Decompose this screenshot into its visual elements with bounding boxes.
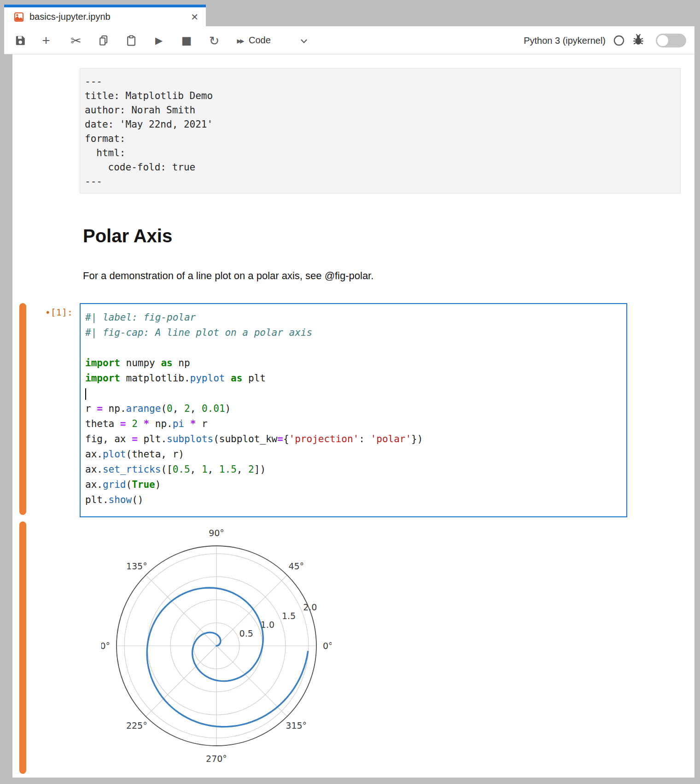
notebook-tab[interactable]: basics-jupyter.ipynb ✕	[4, 5, 206, 26]
input-collapser-bar[interactable]	[19, 303, 26, 515]
yaml-line: html:	[85, 146, 680, 160]
theta-tick-label: 45°	[288, 561, 304, 571]
cell-type-dropdown[interactable]: Code	[249, 35, 271, 46]
kernel-name[interactable]: Python 3 (ipykernel)	[495, 35, 606, 46]
run-cell-button[interactable]: ▶	[151, 33, 167, 48]
paste-button[interactable]	[123, 33, 140, 48]
code-line: import matplotlib.pyplot as plt	[85, 371, 626, 386]
yaml-line: author: Norah Smith	[85, 103, 680, 117]
theta-tick-label: 0°	[323, 641, 332, 651]
cut-cells-button[interactable]: ✂	[68, 33, 84, 48]
copy-icon	[98, 35, 110, 47]
scissors-icon: ✂	[70, 33, 81, 48]
theta-tick-label: 135°	[126, 561, 147, 571]
code-cell-editor[interactable]: #| label: fig-polar#| fig-cap: A line pl…	[80, 303, 627, 517]
close-icon[interactable]: ✕	[191, 12, 198, 23]
output-collapser-bar[interactable]	[19, 521, 26, 774]
code-line: plt.show()	[85, 492, 626, 508]
yaml-line: ---	[85, 175, 680, 189]
r-tick-label: 2.0	[303, 602, 317, 612]
polar-plot-output: 0°45°90°135°180°225°270°315°0.51.01.52.0	[101, 518, 332, 776]
yaml-line: title: Matplotlib Demo	[85, 89, 680, 103]
restart-kernel-button[interactable]: ↻	[206, 33, 222, 48]
kernel-status-icon[interactable]	[613, 35, 624, 48]
play-icon: ▶	[155, 35, 163, 46]
save-icon	[14, 35, 26, 47]
code-line: #| label: fig-polar	[85, 310, 626, 325]
yaml-line: code-fold: true	[85, 160, 680, 175]
plus-icon: +	[42, 33, 50, 48]
copy-cells-button[interactable]	[95, 33, 112, 48]
yaml-line: format:	[85, 132, 680, 146]
chevron-down-icon[interactable]	[298, 35, 309, 48]
code-line	[85, 386, 626, 401]
debugger-bug-icon[interactable]	[632, 34, 645, 48]
execution-prompt: •[1]:	[18, 307, 73, 318]
markdown-paragraph: For a demonstration of a line plot on a …	[83, 270, 373, 282]
toggle-knob	[657, 35, 668, 46]
code-line: r = np.arange(0, 2, 0.01)	[85, 401, 626, 416]
fast-forward-icon: ▸▸	[237, 35, 243, 46]
save-button[interactable]	[12, 33, 29, 48]
r-tick-label: 1.5	[282, 611, 296, 621]
r-tick-label: 0.5	[239, 628, 253, 638]
text-cursor	[85, 388, 86, 400]
theta-tick-label: 90°	[209, 528, 224, 538]
r-tick-label: 1.0	[261, 620, 274, 630]
yaml-line: ---	[85, 75, 680, 89]
interrupt-kernel-button[interactable]: ■	[178, 33, 195, 48]
stop-icon: ■	[181, 34, 192, 47]
tab-title: basics-jupyter.ipynb	[29, 12, 111, 22]
theta-tick-label: 270°	[206, 754, 227, 764]
yaml-line: date: 'May 22nd, 2021'	[85, 117, 680, 132]
theta-tick-label: 180°	[101, 641, 110, 651]
code-line: theta = 2 * np.pi * r	[85, 416, 626, 432]
code-line: ax.plot(theta, r)	[85, 447, 626, 462]
notebook-icon	[13, 12, 24, 23]
markdown-heading: Polar Axis	[83, 226, 172, 246]
add-cell-button[interactable]: +	[38, 33, 54, 48]
code-line: ax.set_rticks([0.5, 1, 1.5, 2])	[85, 462, 626, 477]
yaml-raw-cell[interactable]: ---title: Matplotlib Demoauthor: Norah S…	[80, 68, 681, 193]
clipboard-icon	[125, 35, 137, 47]
jupyter-window: basics-jupyter.ipynb ✕ + ✂ ▶ ■ ↻ ▸▸ Code…	[0, 0, 700, 784]
theta-tick-label: 225°	[126, 720, 147, 731]
code-line	[85, 340, 626, 356]
theta-tick-label: 315°	[286, 720, 307, 731]
code-line: #| fig-cap: A line plot on a polar axis	[85, 325, 626, 340]
code-line: ax.grid(True)	[85, 477, 626, 492]
restart-run-all-button[interactable]: ▸▸	[232, 33, 248, 48]
code-line: fig, ax = plt.subplots(subplot_kw={'proj…	[85, 432, 626, 447]
restart-icon: ↻	[209, 34, 220, 48]
simple-mode-toggle[interactable]	[656, 34, 686, 47]
code-line: import numpy as np	[85, 356, 626, 371]
